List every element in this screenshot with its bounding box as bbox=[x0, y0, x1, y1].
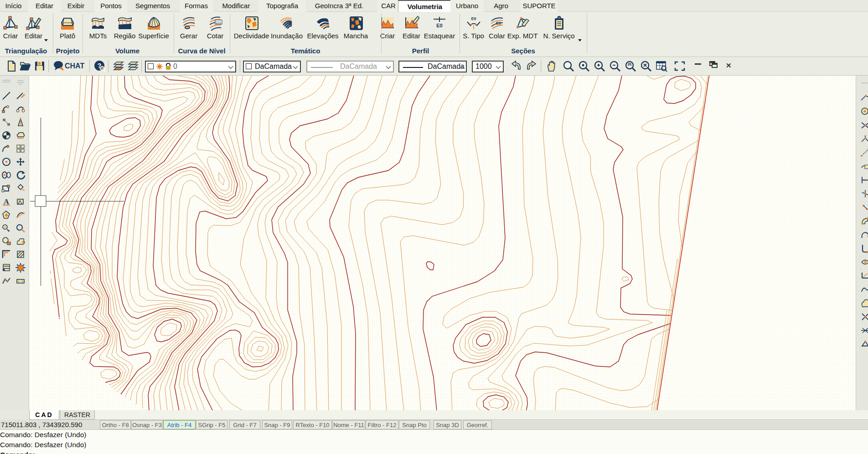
svg-text:E0: E0 bbox=[496, 21, 501, 26]
svg-text:E0: E0 bbox=[471, 16, 476, 21]
svg-text:101: 101 bbox=[215, 21, 222, 25]
svg-text:E0: E0 bbox=[436, 23, 442, 28]
